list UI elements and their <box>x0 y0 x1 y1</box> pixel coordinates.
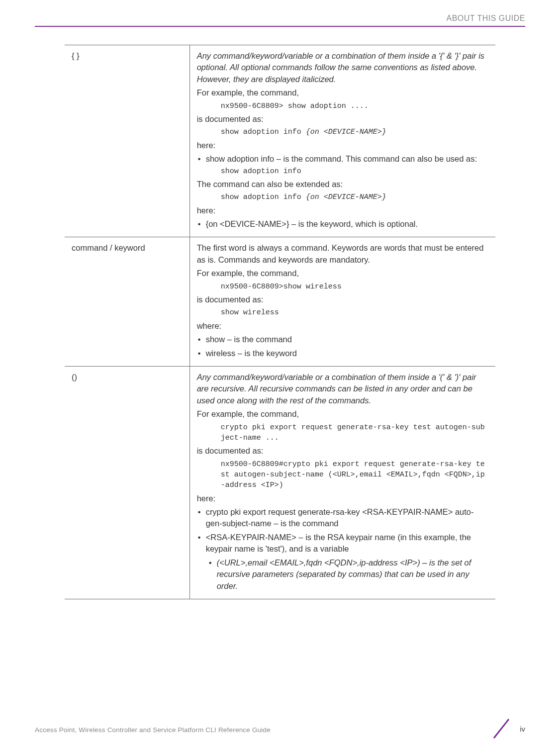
text: where: <box>197 320 488 332</box>
bullet-list: {on <DEVICE-NAME>} – is the keyword, whi… <box>197 218 488 230</box>
code: crypto pki export request generate-rsa-k… <box>221 422 488 444</box>
text: {on <DEVICE-NAME>} – is the keyword, whi… <box>206 219 418 228</box>
table-row: () Any command/keyword/variable or a com… <box>65 366 495 599</box>
text: wireless – is the keyword <box>206 349 297 358</box>
list-item: (<URL>,email <EMAIL>,fqdn <FQDN>,ip-addr… <box>206 557 488 592</box>
symbol: () <box>72 373 77 381</box>
sub-list: (<URL>,email <EMAIL>,fqdn <FQDN>,ip-addr… <box>206 557 488 592</box>
text: crypto pki export request generate-rsa-k… <box>206 507 474 528</box>
conventions-table: { } Any command/keyword/variable or a co… <box>65 45 495 599</box>
page-footer: Access Point, Wireless Controller and Se… <box>35 725 525 740</box>
footer-text: Access Point, Wireless Controller and Se… <box>35 726 271 734</box>
text: The first word is always a command. Keyw… <box>197 242 488 266</box>
text: here: <box>197 140 488 151</box>
symbol: { } <box>72 51 80 60</box>
list-item: wireless – is the keyword <box>197 348 488 359</box>
list-item: show – is the command <box>197 334 488 345</box>
page: ABOUT THIS GUIDE { } Any command/keyword… <box>0 0 560 754</box>
page-number: iv <box>520 725 525 733</box>
text: is documented as: <box>197 294 488 305</box>
symbol-cell: { } <box>65 45 189 237</box>
text: is documented as: <box>197 113 488 125</box>
symbol: command / keyword <box>72 243 145 252</box>
code: show wireless <box>221 307 488 318</box>
table: { } Any command/keyword/variable or a co… <box>65 45 495 599</box>
bullet-list: show adoption info – is the command. Thi… <box>197 153 488 177</box>
code: show adoption info {on <DEVICE-NAME>} <box>221 127 488 137</box>
footer-right: iv <box>490 717 525 740</box>
text: For example, the command, <box>197 268 488 279</box>
text: here: <box>197 205 488 216</box>
list-item: <RSA-KEYPAIR-NAME> – is the RSA keypair … <box>197 532 488 592</box>
code: show adoption info {on <DEVICE-NAME>} <box>221 192 488 202</box>
description-cell: Any command/keyword/variable or a combin… <box>189 366 495 599</box>
list-item: crypto pki export request generate-rsa-k… <box>197 506 488 530</box>
text: is documented as: <box>197 445 488 457</box>
text: (<URL>,email <EMAIL>,fqdn <FQDN>,ip-addr… <box>217 558 471 590</box>
text: The command can also be extended as: <box>197 179 488 190</box>
header-rule <box>35 26 525 27</box>
slash-icon <box>490 717 513 740</box>
code-text: {on <DEVICE-NAME>} <box>306 193 386 201</box>
table-row: command / keyword The first word is alwa… <box>65 237 495 367</box>
description-cell: The first word is always a command. Keyw… <box>189 237 495 367</box>
code-text: {on <DEVICE-NAME>} <box>306 128 386 136</box>
text: <RSA-KEYPAIR-NAME> – is the RSA keypair … <box>206 533 471 553</box>
header-title: ABOUT THIS GUIDE <box>446 14 525 22</box>
code-text: show adoption info <box>221 128 306 136</box>
description-cell: Any command/keyword/variable or a combin… <box>189 45 495 237</box>
list-item: {on <DEVICE-NAME>} – is the keyword, whi… <box>197 218 488 230</box>
code: nx9500-6C8809>show wireless <box>221 282 488 292</box>
text: Any command/keyword/variable or a combin… <box>197 373 476 405</box>
page-header: ABOUT THIS GUIDE <box>35 0 525 30</box>
svg-line-0 <box>494 719 509 738</box>
bullet-list: show – is the command wireless – is the … <box>197 334 488 359</box>
text: For example, the command, <box>197 87 488 98</box>
list-item: show adoption info – is the command. Thi… <box>197 153 488 177</box>
code: nx9500-6C8809#crypto pki export request … <box>221 459 488 491</box>
text: here: <box>197 493 488 504</box>
table-row: { } Any command/keyword/variable or a co… <box>65 45 495 237</box>
text: show adoption info – is the command. Thi… <box>206 154 477 163</box>
code-text: show adoption info <box>221 193 306 201</box>
symbol-cell: () <box>65 366 189 599</box>
text: Any command/keyword/variable or a combin… <box>197 51 484 84</box>
bullet-list: crypto pki export request generate-rsa-k… <box>197 506 488 592</box>
code: nx9500-6C8809> show adoption .... <box>221 101 488 111</box>
symbol-cell: command / keyword <box>65 237 189 367</box>
text: show – is the command <box>206 335 292 344</box>
text: For example, the command, <box>197 408 488 420</box>
code: show adoption info <box>221 166 488 177</box>
